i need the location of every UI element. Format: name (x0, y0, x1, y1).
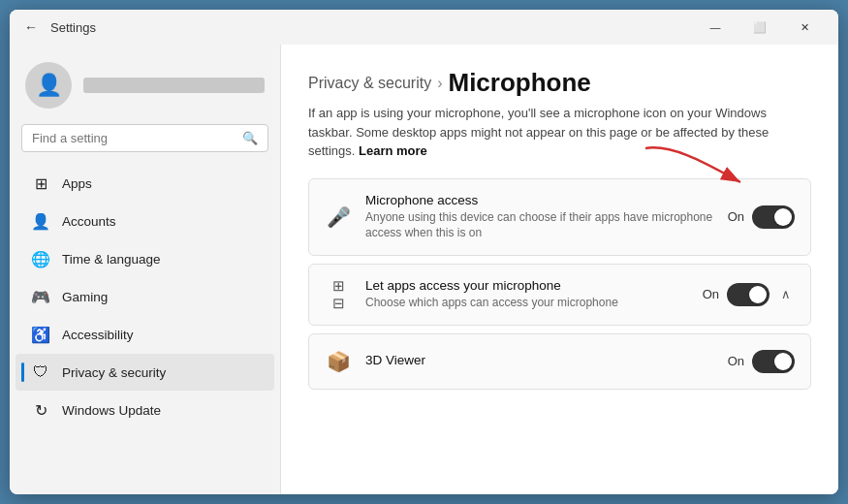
sidebar-item-accessibility[interactable]: ♿ Accessibility (16, 316, 274, 353)
toggle-knob-2 (749, 286, 767, 303)
microphone-access-toggle-label: On (728, 209, 744, 224)
breadcrumb-separator: › (437, 75, 442, 92)
active-indicator (21, 362, 24, 382)
content-area: Privacy & security › Microphone If an ap… (281, 45, 838, 494)
sidebar-item-accessibility-label: Accessibility (62, 328, 134, 342)
page-title: Microphone (448, 68, 590, 98)
microphone-access-title: Microphone access (365, 193, 714, 207)
microphone-access-card: 🎤 Microphone access Anyone using this de… (308, 178, 811, 257)
let-apps-toggle-label: On (703, 287, 719, 301)
3d-viewer-title: 3D Viewer (365, 353, 714, 367)
accessibility-icon: ♿ (31, 325, 50, 344)
profile-name-bar (83, 78, 265, 93)
minimize-button[interactable]: — (693, 12, 738, 43)
microphone-access-desc: Anyone using this device can choose if t… (365, 209, 714, 242)
breadcrumb-parent[interactable]: Privacy & security (308, 75, 431, 92)
microphone-icon: 🎤 (325, 204, 352, 231)
privacy-icon: 🛡 (31, 362, 50, 382)
close-button[interactable]: ✕ (782, 12, 827, 43)
3d-viewer-text: 3D Viewer (365, 353, 714, 369)
3d-viewer-toggle[interactable] (752, 350, 795, 373)
microphone-access-toggle[interactable] (752, 205, 795, 229)
let-apps-access-card: ⊞⊟ Let apps access your microphone Choos… (308, 264, 811, 326)
let-apps-title: Let apps access your microphone (365, 278, 689, 293)
chevron-up-icon[interactable]: ∧ (777, 283, 795, 305)
let-apps-access-text: Let apps access your microphone Choose w… (365, 278, 689, 311)
sidebar-item-gaming[interactable]: 🎮 Gaming (16, 278, 274, 315)
search-input[interactable] (32, 131, 235, 145)
toggle-knob-3 (774, 353, 792, 370)
sidebar-item-privacy-label: Privacy & security (62, 365, 166, 380)
profile-section: 👤 (10, 52, 280, 124)
window-controls: — ⬜ ✕ (693, 12, 827, 43)
microphone-access-text: Microphone access Anyone using this devi… (365, 193, 714, 242)
toggle-knob (774, 208, 792, 226)
3d-viewer-toggle-label: On (728, 354, 744, 368)
search-icon: 🔍 (242, 131, 258, 145)
sidebar-item-time-label: Time & language (62, 252, 161, 267)
3d-viewer-card: 📦 3D Viewer On (308, 333, 811, 390)
user-icon: 👤 (36, 73, 62, 98)
3d-viewer-icon: 📦 (325, 348, 352, 375)
search-box[interactable]: 🔍 (21, 124, 268, 152)
learn-more-link[interactable]: Learn more (359, 143, 427, 158)
breadcrumb: Privacy & security › Microphone (308, 68, 811, 98)
avatar: 👤 (25, 62, 72, 109)
accounts-icon: 👤 (31, 211, 50, 231)
3d-viewer-toggle-group: On (728, 350, 795, 373)
3d-viewer-row: 📦 3D Viewer On (309, 334, 810, 389)
let-apps-desc: Choose which apps can access your microp… (365, 295, 689, 311)
window-title: Settings (50, 20, 96, 35)
microphone-access-row: 🎤 Microphone access Anyone using this de… (309, 179, 810, 256)
page-description: If an app is using your microphone, you'… (308, 104, 773, 161)
sidebar-item-windows-update[interactable]: ↻ Windows Update (16, 392, 274, 428)
nav-items-list: ⊞ Apps 👤 Accounts 🌐 Time & language 🎮 Ga… (10, 164, 280, 429)
microphone-access-toggle-group: On (728, 205, 795, 229)
gaming-icon: 🎮 (31, 287, 50, 306)
sidebar-item-accounts[interactable]: 👤 Accounts (16, 203, 274, 239)
let-apps-toggle[interactable] (727, 283, 769, 306)
settings-window: ← Settings — ⬜ ✕ 👤 🔍 (10, 10, 838, 494)
sidebar-item-gaming-label: Gaming (62, 290, 108, 304)
main-layout: 👤 🔍 ⊞ Apps 👤 Accounts (10, 45, 838, 494)
sidebar-item-update-label: Windows Update (62, 403, 161, 418)
sidebar-item-time-language[interactable]: 🌐 Time & language (16, 240, 274, 277)
apps-list-icon: ⊞⊟ (325, 281, 352, 308)
let-apps-toggle-group: On ∧ (703, 283, 795, 306)
titlebar: ← Settings — ⬜ ✕ (10, 10, 838, 45)
time-icon: 🌐 (31, 249, 50, 268)
back-button[interactable]: ← (21, 19, 41, 35)
apps-icon: ⊞ (31, 173, 50, 193)
update-icon: ↻ (31, 400, 50, 420)
let-apps-access-row: ⊞⊟ Let apps access your microphone Choos… (309, 265, 810, 325)
sidebar-item-apps-label: Apps (62, 176, 92, 191)
sidebar-item-accounts-label: Accounts (62, 214, 116, 229)
sidebar-item-apps[interactable]: ⊞ Apps (16, 165, 274, 202)
sidebar: 👤 🔍 ⊞ Apps 👤 Accounts (10, 45, 281, 494)
maximize-button[interactable]: ⬜ (738, 12, 782, 43)
sidebar-item-privacy-security[interactable]: 🛡 Privacy & security (16, 354, 274, 391)
